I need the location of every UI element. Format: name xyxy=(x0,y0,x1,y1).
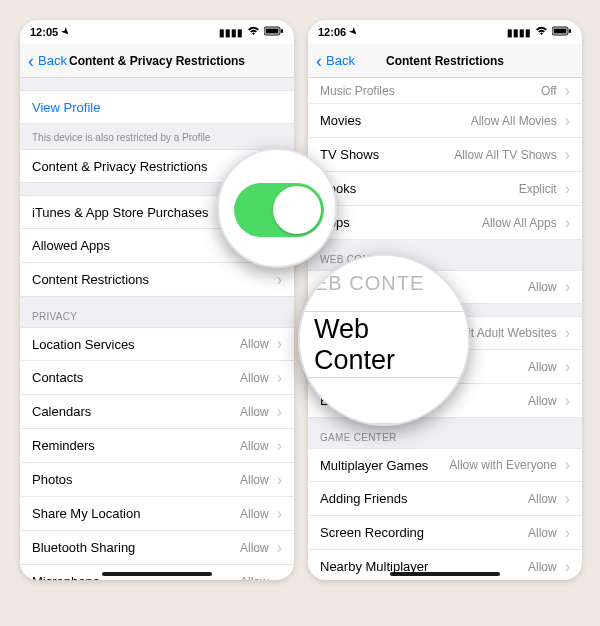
back-label: Back xyxy=(38,53,67,68)
chevron-right-icon: › xyxy=(565,490,570,508)
svg-rect-2 xyxy=(281,29,283,33)
privacy-row[interactable]: Share My Location Allow › xyxy=(20,497,294,531)
chevron-right-icon: › xyxy=(277,335,282,353)
chevron-right-icon: › xyxy=(277,369,282,387)
battery-icon xyxy=(552,26,572,38)
chevron-right-icon: › xyxy=(565,146,570,164)
wifi-icon xyxy=(535,26,548,38)
privacy-row[interactable]: Calendars Allow › xyxy=(20,395,294,429)
privacy-row[interactable]: Location Services Allow › xyxy=(20,327,294,361)
big-toggle-icon xyxy=(234,183,324,237)
gc-row[interactable]: Screen Recording Allow › xyxy=(308,516,582,550)
chevron-right-icon: › xyxy=(277,573,282,581)
privacy-row[interactable]: Photos Allow › xyxy=(20,463,294,497)
svg-rect-5 xyxy=(569,29,571,33)
status-time: 12:06 xyxy=(318,26,346,38)
chevron-right-icon: › xyxy=(565,214,570,232)
chevron-right-icon: › xyxy=(565,278,570,296)
restrictions-toggle-label: Content & Privacy Restrictions xyxy=(32,159,208,174)
home-indicator[interactable] xyxy=(390,572,500,576)
chevron-right-icon: › xyxy=(565,358,570,376)
signal-icon: ▮▮▮▮ xyxy=(507,27,531,38)
chevron-left-icon: ‹ xyxy=(28,52,34,70)
view-profile-label: View Profile xyxy=(32,100,100,115)
status-bar: 12:06 ➤ ▮▮▮▮ xyxy=(308,20,582,44)
content-restrictions-row[interactable]: Content Restrictions › xyxy=(20,263,294,297)
chevron-right-icon: › xyxy=(277,271,282,289)
magnifier-toggle xyxy=(217,148,337,268)
magnifier-web-content: EB CONTE Web Conter xyxy=(298,254,470,426)
gamecenter-header: Game Center xyxy=(308,418,582,448)
top-partial-row[interactable]: Music Profiles Off › xyxy=(308,78,582,104)
phone-left: 12:05 ➤ ▮▮▮▮ ‹ Back Content & Privacy Re… xyxy=(20,20,294,580)
chevron-right-icon: › xyxy=(277,471,282,489)
chevron-left-icon: ‹ xyxy=(316,52,322,70)
books-row[interactable]: Books Explicit › xyxy=(308,172,582,206)
chevron-right-icon: › xyxy=(277,403,282,421)
status-right: ▮▮▮▮ xyxy=(507,20,572,44)
signal-icon: ▮▮▮▮ xyxy=(219,27,243,38)
home-indicator[interactable] xyxy=(102,572,212,576)
svg-rect-1 xyxy=(266,29,279,34)
battery-icon xyxy=(264,26,284,38)
chevron-right-icon: › xyxy=(565,324,570,342)
location-icon: ➤ xyxy=(60,26,73,39)
svg-rect-4 xyxy=(554,29,567,34)
movies-row[interactable]: Movies Allow All Movies › xyxy=(308,104,582,138)
privacy-header: Privacy xyxy=(20,297,294,327)
chevron-right-icon: › xyxy=(565,112,570,130)
back-button[interactable]: ‹ Back xyxy=(28,52,67,70)
nav-bar: ‹ Back Content Restrictions xyxy=(308,44,582,78)
status-bar: 12:05 ➤ ▮▮▮▮ xyxy=(20,20,294,44)
privacy-row[interactable]: Contacts Allow › xyxy=(20,361,294,395)
back-label: Back xyxy=(326,53,355,68)
chevron-right-icon: › xyxy=(565,524,570,542)
privacy-row[interactable]: Bluetooth Sharing Allow › xyxy=(20,531,294,565)
chevron-right-icon: › xyxy=(277,505,282,523)
status-time: 12:05 xyxy=(30,26,58,38)
chevron-right-icon: › xyxy=(277,539,282,557)
chevron-right-icon: › xyxy=(565,392,570,410)
magnifier-web-label: Web Conter xyxy=(300,312,468,378)
gc-row[interactable]: Adding Friends Allow › xyxy=(308,482,582,516)
chevron-right-icon: › xyxy=(565,82,570,100)
wifi-icon xyxy=(247,26,260,38)
chevron-right-icon: › xyxy=(565,180,570,198)
profile-note: This device is also restricted by a Prof… xyxy=(20,124,294,149)
view-profile-row[interactable]: View Profile xyxy=(20,90,294,124)
apps-row[interactable]: Apps Allow All Apps › xyxy=(308,206,582,240)
status-right: ▮▮▮▮ xyxy=(219,20,284,44)
location-icon: ➤ xyxy=(348,26,361,39)
gc-row[interactable]: Multiplayer Games Allow with Everyone › xyxy=(308,448,582,482)
privacy-row[interactable]: Reminders Allow › xyxy=(20,429,294,463)
chevron-right-icon: › xyxy=(565,456,570,474)
chevron-right-icon: › xyxy=(277,437,282,455)
nav-bar: ‹ Back Content & Privacy Restrictions xyxy=(20,44,294,78)
chevron-right-icon: › xyxy=(565,558,570,576)
back-button[interactable]: ‹ Back xyxy=(316,52,355,70)
tvshows-row[interactable]: TV Shows Allow All TV Shows › xyxy=(308,138,582,172)
